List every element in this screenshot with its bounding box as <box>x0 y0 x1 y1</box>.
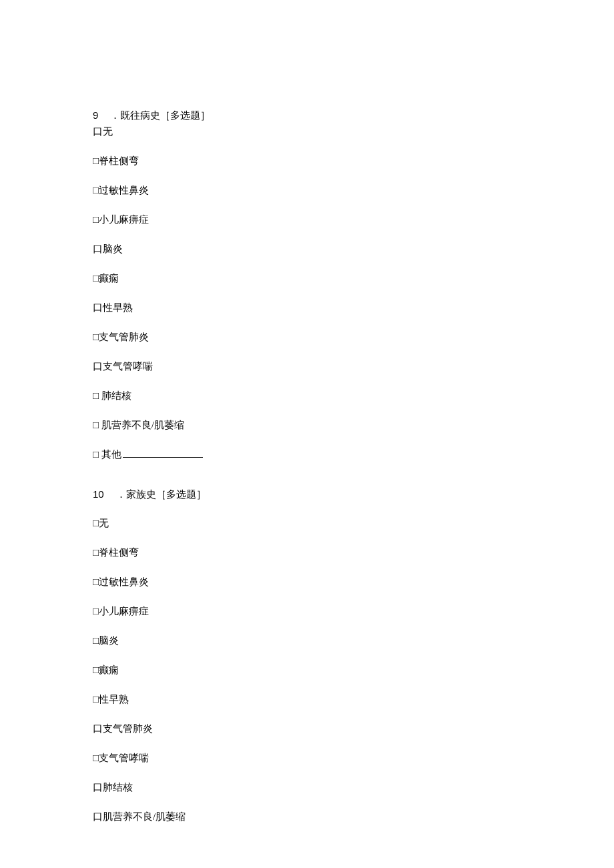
q10-option-2[interactable]: □过敏性鼻炎 <box>93 575 614 589</box>
question-9-number: 9 <box>93 109 98 121</box>
q9-other-input[interactable] <box>123 457 203 458</box>
q10-option-6[interactable]: □性早熟 <box>93 693 614 707</box>
q9-option-7[interactable]: □支气管肺炎 <box>93 330 614 344</box>
q10-option-10-text: 肌营养不良/肌萎缩 <box>103 811 186 822</box>
q9-option-other[interactable]: □ 其他 <box>93 448 614 462</box>
q9-option-7-text: 支气管肺炎 <box>99 332 149 342</box>
checkbox-icon: □ <box>93 635 99 646</box>
q10-option-3[interactable]: □小儿麻痹症 <box>93 604 614 618</box>
q9-option-8[interactable]: 口支气管哮喘 <box>93 360 614 374</box>
q10-option-1[interactable]: □脊柱侧弯 <box>93 546 614 560</box>
q10-option-9-text: 肺结核 <box>103 782 133 793</box>
q10-option-9[interactable]: 口肺结核 <box>93 781 614 795</box>
q9-option-2-text: 过敏性鼻炎 <box>99 185 149 195</box>
checkbox-icon: 口 <box>93 782 103 793</box>
question-9: 9 ．既往病史［多选题］ 口无 □脊柱侧弯 □过敏性鼻炎 □小儿麻痹症 口脑炎 … <box>93 109 614 462</box>
question-10-title: ．家族史［多选题］ <box>116 489 206 500</box>
q10-option-4[interactable]: □脑炎 <box>93 634 614 648</box>
checkbox-icon: □ <box>93 332 99 342</box>
checkbox-icon: □ <box>93 420 99 430</box>
checkbox-icon: □ <box>93 606 99 616</box>
q9-option-10-text: 肌营养不良/肌萎缩 <box>99 420 184 430</box>
checkbox-icon: □ <box>93 390 99 401</box>
q9-option-4[interactable]: 口脑炎 <box>93 242 614 256</box>
checkbox-icon: □ <box>93 155 99 166</box>
q9-option-8-text: 支气管哮喘 <box>103 361 153 372</box>
q9-option-3[interactable]: □小儿麻痹症 <box>93 213 614 227</box>
checkbox-icon: □ <box>93 547 99 558</box>
q9-option-1[interactable]: □脊柱侧弯 <box>93 154 614 168</box>
q10-option-5-text: 癫痫 <box>99 665 119 675</box>
q9-option-9-text: 肺结核 <box>99 390 131 401</box>
checkbox-icon: □ <box>93 185 99 195</box>
checkbox-icon: 口 <box>93 723 103 734</box>
question-10: 10 ．家族史［多选题］ □无 □脊柱侧弯 □过敏性鼻炎 □小儿麻痹症 □脑炎 … <box>93 488 614 824</box>
q10-option-8-text: 支气管哮喘 <box>99 753 149 763</box>
q10-option-0-text: 无 <box>99 518 109 528</box>
checkbox-icon: □ <box>93 694 99 705</box>
q9-option-6[interactable]: 口性早熟 <box>93 301 614 315</box>
q10-option-7-text: 支气管肺炎 <box>103 723 153 734</box>
q9-option-2[interactable]: □过敏性鼻炎 <box>93 183 614 197</box>
checkbox-icon: □ <box>93 753 99 763</box>
q9-option-0[interactable]: 口无 <box>93 125 614 139</box>
q10-option-6-text: 性早熟 <box>99 694 129 705</box>
q9-option-1-text: 脊柱侧弯 <box>99 155 139 166</box>
checkbox-icon: 口 <box>93 244 103 254</box>
q9-option-0-text: 无 <box>103 126 113 137</box>
question-9-title: ．既往病史［多选题］ <box>110 110 210 121</box>
checkbox-icon: 口 <box>93 811 103 822</box>
q10-option-2-text: 过敏性鼻炎 <box>99 576 149 587</box>
q10-option-1-text: 脊柱侧弯 <box>99 547 139 558</box>
checkbox-icon: □ <box>93 273 99 284</box>
q9-option-4-text: 脑炎 <box>103 244 123 254</box>
q10-option-5[interactable]: □癫痫 <box>93 663 614 677</box>
q10-option-7[interactable]: 口支气管肺炎 <box>93 722 614 736</box>
q9-option-5[interactable]: □癫痫 <box>93 272 614 286</box>
checkbox-icon: □ <box>93 665 99 675</box>
q10-option-8[interactable]: □支气管哮喘 <box>93 751 614 765</box>
q9-option-10[interactable]: □ 肌营养不良/肌萎缩 <box>93 418 614 432</box>
q10-option-0[interactable]: □无 <box>93 516 614 530</box>
checkbox-icon: 口 <box>93 302 103 313</box>
checkbox-icon: □ <box>93 518 99 528</box>
q9-option-5-text: 癫痫 <box>99 273 119 284</box>
checkbox-icon: □ <box>93 449 99 460</box>
q10-option-3-text: 小儿麻痹症 <box>99 606 149 616</box>
q9-option-3-text: 小儿麻痹症 <box>99 214 149 225</box>
q9-option-other-text: 其他 <box>99 449 121 460</box>
q10-option-4-text: 脑炎 <box>99 635 119 646</box>
checkbox-icon: 口 <box>93 361 103 372</box>
checkbox-icon: 口 <box>93 126 103 137</box>
question-10-number: 10 <box>93 488 104 500</box>
checkbox-icon: □ <box>93 576 99 587</box>
q9-option-6-text: 性早熟 <box>103 302 133 313</box>
q10-option-10[interactable]: 口肌营养不良/肌萎缩 <box>93 810 614 824</box>
question-10-header: 10 ．家族史［多选题］ <box>93 488 614 501</box>
q9-option-9[interactable]: □ 肺结核 <box>93 389 614 403</box>
question-9-header: 9 ．既往病史［多选题］ <box>93 109 614 122</box>
checkbox-icon: □ <box>93 214 99 225</box>
